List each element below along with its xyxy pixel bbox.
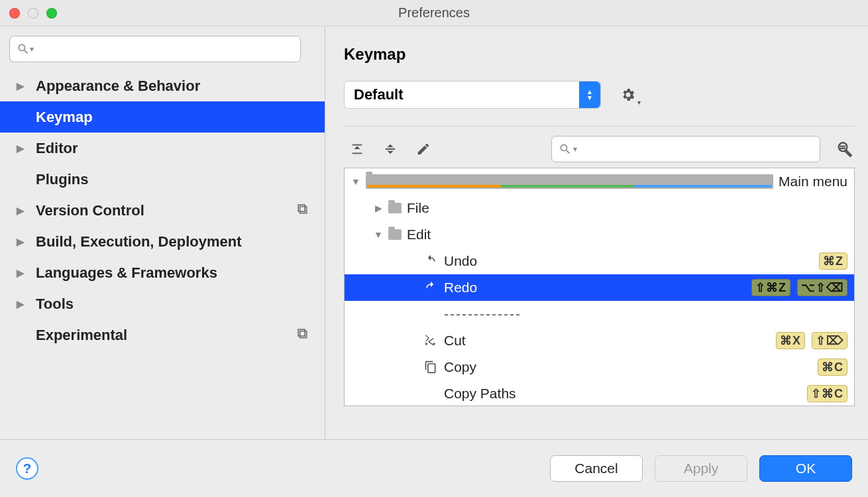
chevron-right-icon: ▶ — [15, 80, 27, 92]
select-stepper-icon: ▲▼ — [579, 82, 600, 108]
pencil-icon — [416, 142, 431, 156]
close-window-button[interactable] — [9, 8, 20, 19]
find-shortcut-icon — [836, 140, 853, 158]
shortcut-group: ⌘Z — [819, 252, 847, 270]
undo-icon — [423, 254, 439, 268]
actions-search[interactable]: ▾ — [551, 136, 820, 162]
titlebar: Preferences — [0, 0, 868, 27]
sidebar-search[interactable]: ▾ — [9, 36, 301, 62]
search-icon — [17, 42, 30, 56]
chevron-down-icon: ▾ — [573, 144, 577, 154]
sidebar-item-editor[interactable]: ▶Editor — [0, 133, 325, 164]
sidebar-item-experimental[interactable]: ▶Experimental — [0, 319, 325, 351]
sidebar-item-label: Keymap — [36, 109, 93, 126]
find-by-shortcut-button[interactable] — [835, 140, 855, 158]
panel-heading: Keymap — [344, 45, 855, 64]
window-controls — [9, 8, 57, 19]
tree-action-label: Undo — [444, 253, 477, 269]
tree-action-label: Cut — [444, 333, 466, 349]
sidebar-item-label: Languages & Frameworks — [36, 264, 217, 282]
search-icon — [559, 142, 572, 156]
tree-separator: ------------- — [345, 301, 854, 327]
project-settings-icon — [296, 202, 309, 219]
tree-action-copy[interactable]: Copy⌘C — [345, 354, 854, 380]
project-settings-icon — [296, 327, 309, 344]
sidebar-search-input[interactable] — [35, 42, 294, 56]
collapse-all-icon — [383, 142, 398, 156]
shortcut-group: ⇧⌘Z⌥⇧⌫ — [751, 279, 847, 296]
chevron-right-icon: ▶ — [15, 142, 27, 154]
sidebar-item-keymap[interactable]: ▶Keymap — [0, 101, 325, 133]
tree-action-cut[interactable]: Cut⌘X⇧⌦ — [345, 327, 854, 354]
help-button[interactable]: ? — [16, 457, 38, 480]
sidebar-item-languages-frameworks[interactable]: ▶Languages & Frameworks — [0, 257, 325, 288]
tree-action-redo[interactable]: Redo⇧⌘Z⌥⇧⌫ — [345, 274, 854, 301]
ok-button[interactable]: OK — [759, 455, 852, 482]
folder-icon — [388, 229, 402, 240]
sidebar-item-label: Plugins — [36, 171, 88, 188]
expand-all-button[interactable] — [344, 136, 370, 162]
expand-all-icon — [350, 142, 364, 156]
actions-tree[interactable]: ▼ Main menu ▶ File ▼ Edit Undo⌘ZRedo⇧⌘Z⌥… — [344, 168, 855, 406]
collapse-all-button[interactable] — [377, 136, 404, 162]
zoom-window-button[interactable] — [46, 8, 57, 19]
svg-rect-2 — [298, 329, 305, 336]
tree-row-edit[interactable]: ▼ Edit — [345, 221, 854, 248]
keymap-scheme-select[interactable]: Default ▲▼ — [344, 81, 601, 109]
sidebar-item-label: Tools — [36, 296, 74, 313]
folder-icon — [366, 174, 773, 189]
chevron-down-icon: ▾ — [30, 44, 34, 54]
tree-action-undo[interactable]: Undo⌘Z — [345, 248, 854, 274]
button-label: Apply — [684, 461, 719, 476]
blank-icon — [423, 387, 439, 400]
keymap-panel: Keymap Default ▲▼ ▾ — [325, 27, 868, 439]
chevron-down-icon: ▾ — [637, 99, 641, 106]
cancel-button[interactable]: Cancel — [550, 455, 643, 482]
tree-row-file[interactable]: ▶ File — [345, 195, 854, 221]
sidebar-item-label: Appearance & Behavior — [36, 78, 200, 95]
tree-row-main-menu[interactable]: ▼ Main menu — [345, 168, 854, 195]
svg-rect-3 — [300, 331, 307, 337]
folder-icon — [388, 203, 402, 213]
shortcut-badge: ⇧⌘Z — [751, 279, 790, 296]
sidebar-item-tools[interactable]: ▶Tools — [0, 288, 325, 319]
shortcut-group: ⌘X⇧⌦ — [776, 332, 847, 349]
edit-shortcut-button[interactable] — [410, 136, 437, 162]
sidebar-item-label: Version Control — [36, 202, 144, 219]
scheme-settings-button[interactable]: ▾ — [618, 85, 638, 105]
sidebar-item-plugins[interactable]: ▶Plugins — [0, 164, 325, 195]
tree-label: Main menu — [779, 174, 847, 190]
shortcut-badge: ⌘C — [818, 359, 847, 376]
chevron-down-icon: ▼ — [351, 176, 360, 187]
tree-label: File — [407, 200, 429, 216]
divider — [344, 126, 855, 127]
gear-icon — [620, 87, 636, 103]
sidebar-item-appearance-behavior[interactable]: ▶Appearance & Behavior — [0, 70, 325, 101]
sidebar-item-label: Experimental — [36, 327, 127, 344]
blank-icon — [423, 307, 439, 321]
sidebar-category-list: ▶Appearance & Behavior▶Keymap▶Editor▶Plu… — [0, 70, 325, 439]
button-label: OK — [796, 461, 816, 476]
tree-label: Edit — [407, 227, 431, 243]
tree-action-label: ------------- — [444, 306, 521, 322]
chevron-right-icon: ▶ — [374, 203, 383, 213]
chevron-right-icon: ▶ — [15, 298, 27, 310]
sidebar-item-build-execution-deployment[interactable]: ▶Build, Execution, Deployment — [0, 226, 325, 257]
shortcut-group: ⇧⌘C — [807, 385, 847, 402]
svg-rect-1 — [300, 206, 307, 213]
actions-search-input[interactable] — [578, 142, 813, 156]
sidebar-item-version-control[interactable]: ▶Version Control — [0, 195, 325, 226]
chevron-right-icon: ▶ — [15, 205, 27, 217]
dialog-footer: ? Cancel Apply OK — [0, 439, 868, 497]
chevron-right-icon: ▶ — [15, 267, 27, 279]
minimize-window-button[interactable] — [28, 8, 38, 19]
shortcut-group: ⌘C — [818, 359, 847, 376]
window-title: Preferences — [0, 5, 868, 21]
shortcut-badge: ⌘Z — [819, 252, 847, 270]
redo-icon — [423, 281, 439, 294]
sidebar-item-label: Build, Execution, Deployment — [36, 233, 241, 250]
chevron-down-icon: ▼ — [374, 229, 383, 240]
shortcut-badge: ⌥⇧⌫ — [797, 279, 847, 296]
shortcut-badge: ⇧⌦ — [812, 332, 847, 349]
tree-action-copy-paths[interactable]: Copy Paths⇧⌘C — [345, 380, 854, 406]
